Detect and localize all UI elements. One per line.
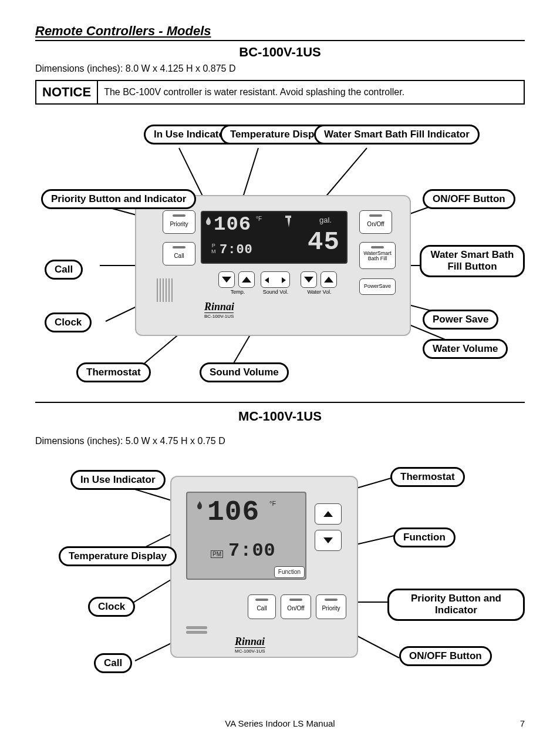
mc-dimensions: Dimensions (inches): 5.0 W x 4.75 H x 0.… — [35, 436, 525, 446]
callout-water-volume: Water Volume — [423, 339, 508, 359]
bc-clock-pm: P M — [211, 243, 216, 254]
bc-temp-label: Temp. — [223, 289, 252, 295]
mc-temp-value: 106 — [207, 496, 259, 528]
bc-dimensions: Dimensions (inches): 8.0 W x 4.125 H x 0… — [35, 63, 525, 74]
page-number: 7 — [520, 718, 525, 728]
bc-temp-up[interactable] — [238, 271, 255, 288]
mc-clock-value: 7:00 — [228, 540, 276, 562]
section-title: Remote Controllers - Models — [35, 23, 525, 41]
bc-onoff-button[interactable]: On/Off — [359, 210, 392, 234]
mc-slot-1 — [186, 626, 207, 629]
flame-icon — [205, 217, 211, 225]
mc-call-button[interactable]: Call — [248, 594, 276, 619]
mc-callout-call: Call — [94, 653, 132, 673]
mc-onoff-button[interactable]: On/Off — [281, 594, 311, 619]
faucet-icon — [284, 214, 294, 228]
bc-model-title: BC-100V-1US — [35, 45, 525, 60]
mc-callout-thermostat: Thermostat — [390, 467, 465, 487]
bc-temp-down[interactable] — [218, 271, 235, 288]
bc-brand: Rinnai — [204, 301, 234, 313]
callout-water-smart-indicator: Water Smart Bath Fill Indicator — [314, 125, 480, 145]
mc-callout-inuse: In Use Indicator — [70, 470, 166, 490]
callout-power-save: Power Save — [423, 310, 498, 330]
bc-water-label: Water Vol. — [303, 289, 336, 295]
bc-watersmart-l2: Bath Fill — [368, 256, 387, 261]
mc-callout-onoff: ON/OFF Button — [399, 646, 492, 666]
callout-thermostat: Thermostat — [76, 362, 151, 382]
mc-lcd: 106 °F PM 7:00 Function — [186, 492, 306, 580]
callout-onoff: ON/OFF Button — [423, 189, 515, 209]
bc-priority-button[interactable]: Priority — [163, 210, 195, 234]
bc-lcd: 106 °F 7:00 P M gal. 45 — [201, 211, 348, 264]
callout-clock: Clock — [45, 312, 92, 332]
mc-callout-function: Function — [393, 527, 456, 547]
notice-label: NOTICE — [36, 81, 98, 103]
bc-watervol-down[interactable] — [301, 271, 317, 288]
divider — [35, 402, 525, 403]
mc-callout-clock: Clock — [88, 597, 135, 617]
bc-figure: In Use Indicator Temperature Display Wat… — [35, 113, 525, 395]
mc-temp-down[interactable] — [315, 530, 342, 551]
mc-priority-button[interactable]: Priority — [316, 594, 346, 619]
bc-temp-unit: °F — [256, 216, 262, 222]
bc-device: 106 °F 7:00 P M gal. 45 Priority Call On… — [135, 195, 411, 336]
bc-sound-label: Sound Vol. — [259, 289, 292, 295]
bc-powersave-button[interactable]: PowerSave — [359, 278, 396, 295]
mc-clock-pm: PM — [211, 550, 223, 558]
mc-figure: In Use Indicator Thermostat Temperature … — [35, 458, 525, 705]
bc-gal-value: 45 — [308, 227, 340, 257]
mc-brand: Rinnai — [235, 636, 265, 648]
mc-function-button[interactable]: Function — [274, 566, 305, 578]
callout-water-smart-btn: Water Smart Bath Fill Button — [420, 245, 525, 277]
mc-device: 106 °F PM 7:00 Function Call On/Off Prio… — [170, 476, 358, 658]
notice-box: NOTICE The BC-100V controller is water r… — [35, 80, 525, 105]
bc-speaker-grille — [157, 278, 174, 302]
bc-temp-value: 106 — [214, 213, 251, 236]
bc-model-label: BC-100V-1US — [204, 312, 234, 319]
callout-call: Call — [45, 260, 83, 280]
page-footer: VA Series Indoor LS Manual — [0, 718, 560, 728]
mc-flame-icon — [197, 501, 203, 509]
bc-gal-label: gal. — [319, 216, 332, 224]
mc-callout-priority: Priority Button and Indicator — [387, 589, 525, 621]
mc-model-label: MC-100V-1US — [235, 647, 265, 654]
mc-callout-temp-display: Temperature Display — [59, 546, 177, 566]
bc-call-button[interactable]: Call — [163, 242, 195, 266]
mc-temp-unit: °F — [269, 500, 276, 507]
callout-sound-volume: Sound Volume — [200, 362, 289, 382]
mc-model-title: MC-100V-1US — [35, 409, 525, 424]
mc-temp-up[interactable] — [315, 503, 342, 525]
bc-watersmart-button[interactable]: WaterSmart Bath Fill — [359, 242, 396, 269]
notice-text: The BC-100V controller is water resistan… — [98, 81, 410, 103]
bc-soundvol-button[interactable] — [261, 271, 290, 288]
callout-priority: Priority Button and Indicator — [41, 189, 196, 209]
bc-clock-value: 7:00 — [220, 243, 253, 257]
bc-watervol-up[interactable] — [321, 271, 337, 288]
mc-slot-2 — [186, 631, 207, 634]
